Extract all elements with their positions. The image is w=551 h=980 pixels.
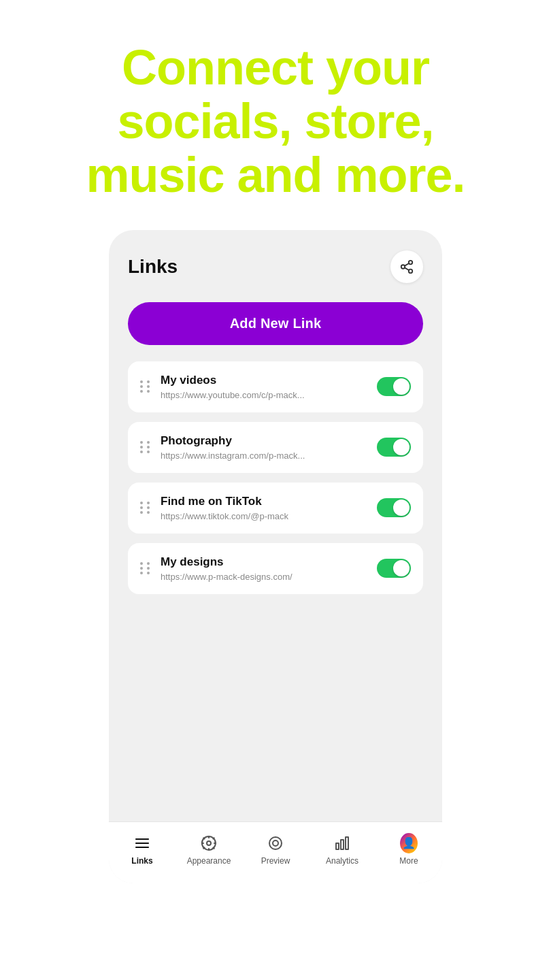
link-toggle[interactable] (377, 377, 411, 396)
link-info: Photography https://www.instagram.com/p-… (161, 434, 367, 461)
link-url: https://www.p-mack-designs.com/ (161, 572, 367, 582)
nav-item-appearance[interactable]: Appearance (176, 830, 242, 870)
nav-label-links: Links (131, 856, 152, 866)
add-new-link-button[interactable]: Add New Link (128, 302, 423, 345)
share-icon (399, 259, 414, 274)
link-list: My videos https://www.youtube.com/c/p-ma… (128, 361, 423, 699)
link-title: Find me on TikTok (161, 495, 367, 508)
nav-label-analytics: Analytics (326, 856, 358, 866)
link-title: My videos (161, 374, 367, 387)
content-area (128, 699, 423, 821)
nav-label-appearance: Appearance (187, 856, 231, 866)
drag-handle-icon (140, 502, 151, 514)
preview-icon (267, 834, 284, 852)
svg-line-4 (405, 263, 409, 266)
link-info: My designs https://www.p-mack-designs.co… (161, 555, 367, 582)
list-item: My designs https://www.p-mack-designs.co… (128, 543, 423, 594)
list-item: My videos https://www.youtube.com/c/p-ma… (128, 361, 423, 412)
phone-panel: Links Add New Link My videos https://www… (109, 230, 442, 883)
link-url: https://www.youtube.com/c/p-mack... (161, 390, 367, 400)
svg-point-9 (273, 840, 278, 846)
hero-line2: socials, store, (117, 94, 433, 148)
list-item: Find me on TikTok https://www.tiktok.com… (128, 483, 423, 534)
link-title: Photography (161, 434, 367, 448)
nav-item-more[interactable]: More (375, 830, 442, 870)
link-url: https://www.instagram.com/p-mack... (161, 451, 367, 461)
share-button[interactable] (390, 250, 423, 283)
hero-section: Connect your socials, store, music and m… (45, 41, 505, 203)
nav-item-analytics[interactable]: Analytics (309, 830, 375, 870)
panel-title: Links (128, 256, 178, 278)
panel-header: Links (128, 250, 423, 283)
link-info: My videos https://www.youtube.com/c/p-ma… (161, 374, 367, 400)
drag-handle-icon (140, 380, 151, 393)
appearance-icon (200, 834, 218, 852)
drag-handle-icon (140, 441, 151, 453)
nav-item-preview[interactable]: Preview (242, 830, 309, 870)
link-toggle[interactable] (377, 498, 411, 517)
list-item: Photography https://www.instagram.com/p-… (128, 422, 423, 473)
avatar (400, 833, 418, 853)
svg-point-10 (269, 837, 282, 849)
more-icon (400, 834, 418, 852)
link-toggle[interactable] (377, 559, 411, 578)
drag-handle-icon (140, 562, 151, 574)
analytics-icon (333, 834, 351, 852)
nav-label-more: More (399, 856, 418, 866)
hero-line3: music and more. (86, 148, 465, 202)
svg-rect-11 (336, 843, 339, 849)
svg-line-3 (405, 267, 409, 270)
link-toggle[interactable] (377, 438, 411, 457)
hero-line1: Connect your (122, 40, 429, 95)
link-url: https://www.tiktok.com/@p-mack (161, 511, 367, 521)
link-title: My designs (161, 555, 367, 569)
links-icon (133, 834, 151, 852)
svg-point-8 (207, 841, 211, 845)
svg-rect-12 (341, 840, 344, 849)
nav-label-preview: Preview (261, 856, 290, 866)
link-info: Find me on TikTok https://www.tiktok.com… (161, 495, 367, 521)
hero-heading: Connect your socials, store, music and m… (86, 41, 465, 203)
svg-rect-13 (346, 837, 348, 849)
bottom-navigation: Links Appearance Preview (109, 821, 442, 883)
nav-item-links[interactable]: Links (109, 830, 176, 870)
